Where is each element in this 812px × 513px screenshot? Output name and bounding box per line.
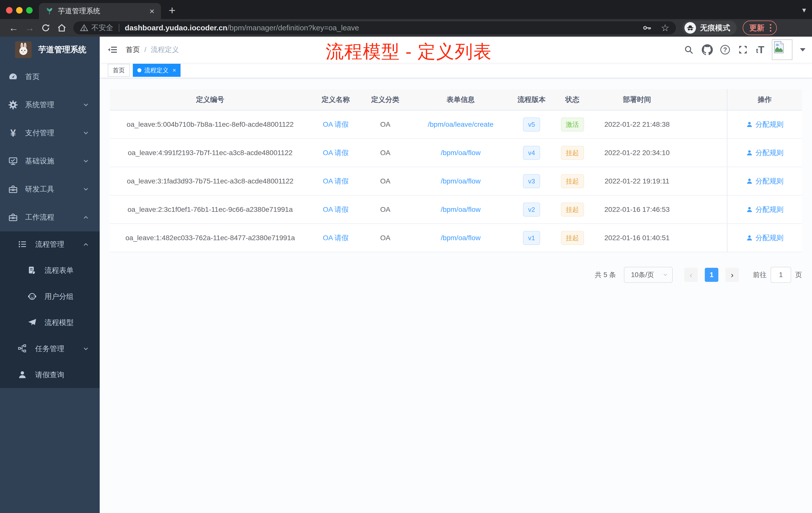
help-icon[interactable]: ?	[720, 45, 730, 55]
tag-home[interactable]: 首页	[108, 64, 130, 77]
sidebar-item-user-group[interactable]: 用户分组	[0, 283, 100, 310]
yen-icon: ¥	[8, 128, 18, 138]
tab-title: 芋道管理系统	[58, 6, 100, 16]
sidebar-item-home[interactable]: 首页	[0, 63, 100, 91]
tab-close-icon[interactable]: ×	[149, 7, 154, 15]
chevron-up-icon	[83, 241, 89, 248]
assign-rule-label: 分配规则	[755, 205, 784, 214]
breadcrumb: 首页 / 流程定义	[126, 37, 179, 63]
paper-plane-icon	[27, 318, 37, 328]
cell-definition-name[interactable]: OA 请假	[311, 205, 361, 214]
cell-definition-name[interactable]: OA 请假	[311, 233, 361, 243]
font-size-icon[interactable]: tT	[756, 45, 764, 55]
navbar-actions: ? tT	[683, 37, 806, 63]
assign-rule-button[interactable]: 分配规则	[746, 205, 784, 214]
sidebar-item-process-mgmt[interactable]: 流程管理	[0, 232, 100, 258]
page-number-button[interactable]: 1	[705, 268, 718, 282]
cell-form-link[interactable]: /bpm/oa/flow	[410, 149, 512, 157]
workflow-submenu: 流程管理 流程表单	[0, 232, 100, 388]
warning-triangle-icon[interactable]	[80, 24, 88, 32]
page-size-select[interactable]: 10条/页	[624, 267, 673, 283]
browser-menu-icon[interactable]	[770, 24, 771, 32]
security-label[interactable]: 不安全	[91, 23, 113, 33]
forward-button[interactable]: →	[22, 23, 38, 33]
assign-rule-button[interactable]: 分配规则	[746, 233, 784, 243]
cell-definition-name[interactable]: OA 请假	[311, 176, 361, 186]
cell-definition-name[interactable]: OA 请假	[311, 120, 361, 129]
cell-deploy-time: 2022-01-22 20:34:10	[593, 149, 681, 157]
minimize-window-button[interactable]	[16, 7, 23, 13]
update-button[interactable]: 更新	[743, 21, 777, 35]
cell-category: OA	[361, 177, 410, 185]
goto-page-input[interactable]	[771, 267, 791, 283]
chevron-down-icon	[83, 102, 89, 108]
close-window-button[interactable]	[6, 7, 12, 13]
back-button[interactable]: ←	[5, 23, 22, 33]
url-host[interactable]: dashboard.yudao.iocoder.cn	[125, 24, 227, 32]
col-header: 定义名称	[311, 95, 361, 104]
assign-rule-label: 分配规则	[755, 148, 784, 158]
avatar[interactable]	[772, 39, 792, 60]
cell-form-link[interactable]: /bpm/oa/leave/create	[410, 120, 512, 128]
gear-icon	[8, 100, 18, 110]
cell-deploy-time: 2022-01-16 17:46:53	[593, 206, 681, 214]
cell-definition-name[interactable]: OA 请假	[311, 148, 361, 158]
form-icon	[27, 266, 37, 276]
definition-table: 定义编号 定义名称 定义分类 表单信息 流程版本 状态 部署时间 操作 oa_l…	[110, 89, 802, 252]
cell-definition-id: oa_leave:4:991f2193-7b7f-11ec-a3c8-acde4…	[110, 149, 311, 157]
tag-process-definition[interactable]: 流程定义 ×	[133, 64, 180, 77]
sidebar-item-workflow[interactable]: 工作流程	[0, 203, 100, 232]
user-icon	[746, 206, 753, 213]
github-icon[interactable]	[702, 44, 713, 55]
table-row: oa_leave:2:3c1f0ef1-76b1-11ec-9c66-a2380…	[110, 195, 802, 224]
key-icon[interactable]	[642, 23, 652, 33]
user-icon	[746, 121, 753, 128]
address-bar[interactable]: 不安全 dashboard.yudao.iocoder.cn /bpm/mana…	[73, 21, 676, 34]
sidebar-item-devtools[interactable]: 研发工具	[0, 175, 100, 203]
cell-form-link[interactable]: /bpm/oa/flow	[410, 206, 512, 214]
tab-search-icon[interactable]: ▾	[802, 5, 806, 14]
assign-rule-button[interactable]: 分配规则	[746, 148, 784, 158]
breadcrumb-home[interactable]: 首页	[126, 45, 140, 55]
avatar-caret-icon[interactable]	[800, 48, 806, 52]
fullscreen-icon[interactable]	[737, 44, 749, 55]
next-page-button[interactable]: ›	[725, 268, 739, 282]
user-icon	[746, 149, 753, 156]
sidebar-item-infra[interactable]: 基础设施	[0, 147, 100, 175]
cell-form-link[interactable]: /bpm/oa/flow	[410, 234, 512, 242]
sidebar-logo: 芋道管理系统	[0, 37, 100, 63]
browser-tab[interactable]: 芋道管理系统 ×	[39, 3, 161, 19]
sidebar-item-process-form[interactable]: 流程表单	[0, 258, 100, 283]
home-button[interactable]	[54, 23, 70, 33]
url-path[interactable]: /bpm/manager/definition?key=oa_leave	[227, 24, 359, 32]
reload-button[interactable]	[38, 23, 54, 33]
assign-rule-button[interactable]: 分配规则	[746, 120, 784, 129]
update-label[interactable]: 更新	[749, 23, 764, 33]
goto-label: 前往	[753, 270, 766, 279]
col-header: 流程版本	[512, 95, 552, 104]
col-header: 定义编号	[110, 95, 311, 104]
col-header: 部署时间	[593, 95, 681, 104]
dashboard-icon	[8, 72, 18, 82]
tag-close-icon[interactable]: ×	[173, 67, 176, 74]
chevron-down-icon	[83, 130, 89, 136]
sidebar-item-leave-query[interactable]: 请假查询	[0, 362, 100, 388]
new-tab-button[interactable]: +	[169, 3, 175, 17]
cell-form-link[interactable]: /bpm/oa/flow	[410, 177, 512, 185]
sidebar-collapse-icon[interactable]	[108, 45, 118, 55]
bookmark-star-icon[interactable]: ☆	[661, 22, 669, 33]
list-icon	[18, 239, 28, 249]
divider	[119, 24, 119, 32]
sidebar-item-system[interactable]: 系统管理	[0, 91, 100, 119]
assign-rule-button[interactable]: 分配规则	[746, 176, 784, 186]
sidebar-item-label: 首页	[25, 72, 40, 82]
sidebar-item-task-mgmt[interactable]: 任务管理	[0, 336, 100, 362]
sidebar-item-process-model[interactable]: 流程模型	[0, 310, 100, 336]
prev-page-button[interactable]: ‹	[684, 268, 698, 282]
col-header: 定义分类	[361, 95, 410, 104]
search-icon[interactable]	[683, 44, 694, 55]
maximize-window-button[interactable]	[26, 7, 33, 13]
col-header: 表单信息	[410, 95, 512, 104]
sidebar-item-payment[interactable]: ¥ 支付管理	[0, 119, 100, 147]
cell-category: OA	[361, 234, 410, 242]
